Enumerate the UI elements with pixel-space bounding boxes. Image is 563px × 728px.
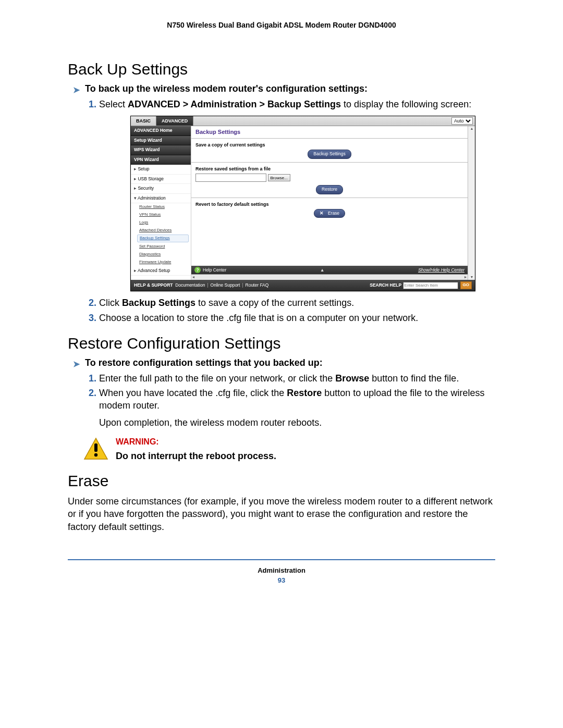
- heading-erase: Erase: [68, 472, 495, 490]
- help-center-toggle[interactable]: Show/Hide Help Center: [418, 267, 464, 273]
- backup-step-3: Choose a location to store the .cfg file…: [99, 312, 495, 324]
- sidebar-sub-fw[interactable]: Firmware Update: [131, 258, 191, 266]
- page-number: 93: [68, 576, 495, 584]
- file-path-input[interactable]: [195, 174, 266, 182]
- text: Enter the full path to the file on your …: [99, 373, 335, 384]
- text: to save a copy of the current settings.: [195, 298, 354, 308]
- restore-button[interactable]: Restore: [316, 185, 343, 194]
- sidebar-item-usb[interactable]: USB Storage: [131, 175, 191, 184]
- text: Restore: [287, 388, 322, 398]
- restore-label: Restore saved settings from a file: [191, 165, 468, 174]
- browse-button[interactable]: Browse...: [268, 174, 290, 181]
- footer-faq-link[interactable]: Router FAQ: [246, 282, 269, 288]
- sidebar-item-wps-wizard[interactable]: WPS Wizard: [131, 145, 191, 155]
- backup-task: To back up the wireless modem router's c…: [85, 83, 368, 94]
- footer-online-link[interactable]: Online Support: [211, 282, 240, 288]
- heading-backup: Back Up Settings: [68, 60, 495, 78]
- erase-body: Under some circumstances (for example, i…: [68, 495, 495, 533]
- panel-title: Backup Settings: [191, 126, 468, 138]
- main-panel: Backup Settings Save a copy of current s…: [191, 126, 468, 280]
- sidebar-item-vpn-wizard[interactable]: VPN Wizard: [131, 155, 191, 165]
- backup-step-1: Select ADVANCED > Administration > Backu…: [99, 98, 495, 291]
- warning-message: Do not interrupt the reboot process.: [116, 451, 276, 462]
- arrow-icon: ➤: [73, 359, 80, 369]
- chevron-up-icon[interactable]: ▲: [226, 267, 418, 273]
- warning-label: WARNING:: [116, 437, 276, 447]
- sidebar-sub-setpw[interactable]: Set Password: [131, 243, 191, 251]
- language-select[interactable]: Auto: [451, 117, 473, 125]
- backup-settings-button[interactable]: Backup Settings: [308, 150, 351, 158]
- document-header: N750 Wireless Dual Band Gigabit ADSL Mod…: [68, 21, 495, 29]
- restore-step-2: When you have located the .cfg file, cli…: [99, 387, 495, 412]
- text: Backup Settings: [122, 298, 195, 308]
- revert-label: Revert to factory default settings: [191, 200, 468, 209]
- search-help-label: SEARCH HELP: [370, 282, 401, 288]
- text: Browse: [335, 373, 369, 384]
- restore-task: To restore configuration settings that y…: [85, 357, 323, 368]
- search-help-input[interactable]: [403, 282, 458, 289]
- sidebar-sub-attached[interactable]: Attached Devices: [131, 227, 191, 235]
- go-button[interactable]: GO: [460, 281, 472, 289]
- sidebar-item-security[interactable]: Security: [131, 184, 191, 193]
- text: When you have located the .cfg file, cli…: [99, 388, 287, 398]
- close-icon: ✕: [320, 211, 324, 216]
- router-ui-screenshot: BASIC ADVANCED Auto ADVANCED Home Setup …: [130, 116, 475, 291]
- horizontal-scrollbar[interactable]: ◂▸: [191, 274, 468, 280]
- restore-step-1: Enter the full path to the file on your …: [99, 372, 495, 385]
- sidebar-item-admin[interactable]: Administration: [131, 194, 191, 203]
- footer-docs-link[interactable]: Documentation: [175, 282, 205, 288]
- restore-note: Upon completion, the wireless modem rout…: [99, 416, 495, 429]
- sidebar-sub-diag[interactable]: Diagnostics: [131, 251, 191, 258]
- warning-icon: [83, 437, 108, 460]
- save-copy-label: Save a copy of current settings: [191, 141, 468, 150]
- sidebar-item-setup-wizard[interactable]: Setup Wizard: [131, 136, 191, 145]
- backup-step-2: Click Backup Settings to save a copy of …: [99, 297, 495, 309]
- help-center-label: Help Center: [203, 267, 226, 273]
- tab-advanced[interactable]: ADVANCED: [156, 116, 193, 126]
- erase-button[interactable]: ✕Erase: [314, 209, 345, 218]
- svg-point-2: [94, 453, 97, 456]
- tab-basic[interactable]: BASIC: [131, 116, 156, 126]
- sidebar-item-adv-setup[interactable]: Advanced Setup: [131, 266, 191, 276]
- help-icon: ?: [194, 267, 201, 273]
- text: Click: [99, 298, 122, 308]
- text: Select: [99, 99, 128, 109]
- text: ADVANCED > Administration > Backup Setti…: [128, 99, 341, 109]
- footer-section: Administration: [68, 566, 495, 574]
- arrow-icon: ➤: [73, 85, 80, 95]
- sidebar-sub-vpn-status[interactable]: VPN Status: [131, 211, 191, 219]
- heading-restore: Restore Configuration Settings: [68, 335, 495, 352]
- svg-rect-1: [94, 443, 97, 452]
- sidebar-sub-logs[interactable]: Logs: [131, 219, 191, 227]
- help-support-label: HELP & SUPPORT: [134, 282, 173, 288]
- sidebar-item-setup[interactable]: Setup: [131, 165, 191, 174]
- sidebar-item-adv-home[interactable]: ADVANCED Home: [131, 126, 191, 135]
- sidebar-sub-router-status[interactable]: Router Status: [131, 203, 191, 211]
- text: button to find the file.: [369, 373, 459, 384]
- text: to display the following screen:: [341, 99, 471, 109]
- sidebar-sub-backup[interactable]: Backup Settings: [137, 235, 189, 242]
- vertical-scrollbar[interactable]: ▴▾: [468, 126, 475, 280]
- sidebar: ADVANCED Home Setup Wizard WPS Wizard VP…: [131, 126, 191, 280]
